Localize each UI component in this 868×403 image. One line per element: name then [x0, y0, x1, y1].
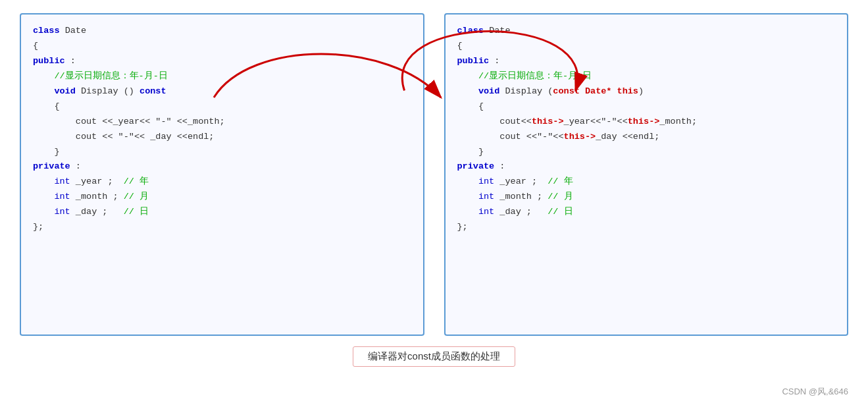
code-line: {: [457, 39, 836, 54]
code-line: }: [457, 145, 836, 160]
code-line: class Date: [33, 24, 411, 39]
watermark: CSDN @风,&646: [782, 386, 848, 398]
code-line: int _day ; // 日: [33, 205, 411, 220]
code-line: //显示日期信息：年-月-日: [33, 69, 411, 84]
code-line: private :: [457, 159, 836, 175]
code-line: private :: [33, 159, 411, 175]
code-line: cout <<_year<< "-" <<_month;: [33, 115, 411, 130]
code-line: int _day ; // 日: [457, 205, 836, 220]
code-line: public :: [33, 54, 411, 69]
right-code-panel: class Date { public : //显示日期信息：年-月-日 voi…: [444, 13, 849, 336]
code-line: cout <<"-"<<this->_day <<endl;: [457, 130, 836, 145]
caption-text: 编译器对const成员函数的处理: [368, 350, 500, 362]
code-line: void Display () const: [33, 84, 411, 99]
caption-box: 编译器对const成员函数的处理: [353, 346, 515, 367]
code-line: int _year ; // 年: [457, 175, 836, 190]
left-code-panel: class Date { public : //显示日期信息：年-月-日 voi…: [20, 13, 424, 336]
code-line: //显示日期信息：年-月-日: [457, 69, 836, 84]
code-line: int _month ; // 月: [457, 190, 836, 205]
main-container: class Date { public : //显示日期信息：年-月-日 voi…: [0, 0, 868, 403]
code-panels: class Date { public : //显示日期信息：年-月-日 voi…: [20, 13, 848, 336]
code-line: };: [457, 220, 836, 235]
code-line: cout << "-"<< _day <<endl;: [33, 130, 411, 145]
code-line: {: [457, 99, 836, 115]
code-line: public :: [457, 54, 836, 69]
code-line: class Date: [457, 24, 836, 39]
code-line: int _month ; // 月: [33, 190, 411, 205]
code-line: {: [33, 99, 411, 115]
code-line: }: [33, 145, 411, 160]
code-line: {: [33, 39, 411, 54]
code-line: int _year ; // 年: [33, 175, 411, 190]
code-line: cout<<this->_year<<"-"<<this->_month;: [457, 115, 836, 130]
code-line: };: [33, 220, 411, 235]
code-line: void Display (const Date* this): [457, 84, 836, 99]
